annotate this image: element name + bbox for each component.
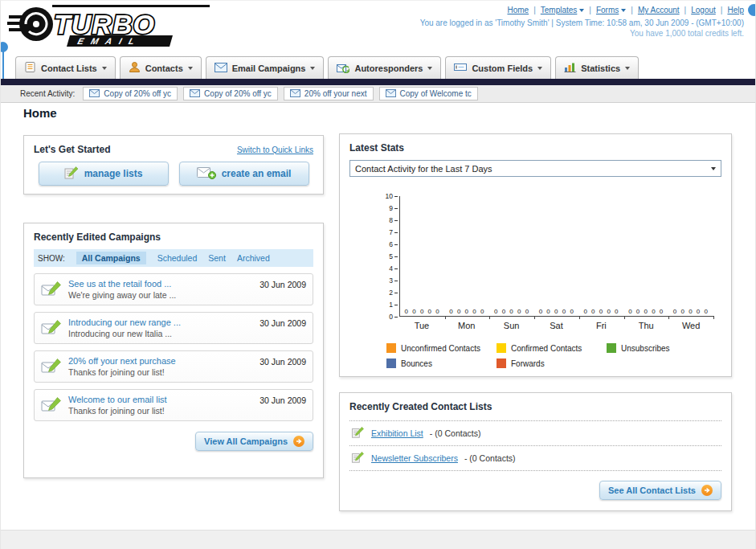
tab-label: Contact Lists — [41, 64, 97, 73]
chart-plot: 0 0 0 0 00 0 0 0 00 0 0 0 00 0 0 0 00 0 … — [399, 196, 713, 317]
filter-all-campaigns[interactable]: All Campaigns — [76, 252, 146, 264]
get-started-title: Let's Get Started — [34, 144, 111, 155]
tab-email-campaigns[interactable]: Email Campaigns — [206, 56, 325, 79]
filter-scheduled[interactable]: Scheduled — [157, 253, 198, 263]
turbo-email-logo[interactable]: TURBO EMAIL — [6, 3, 221, 51]
chart-x-label: Sun — [489, 321, 534, 330]
chart-y-axis: 109876543210 — [382, 196, 398, 317]
campaign-item[interactable]: 20% off your next purchase Thanks for jo… — [34, 350, 313, 383]
logo-text-primary: TURBO — [54, 9, 155, 39]
recent-activity-text: 20% off your next — [304, 89, 367, 98]
chevron-down-icon — [427, 67, 432, 70]
campaign-title-link[interactable]: Introducing our new range ... — [68, 318, 253, 327]
tab-label: Contacts — [145, 64, 183, 73]
statistics-icon — [564, 62, 576, 74]
chart-y-tick: 8 — [389, 216, 398, 224]
top-link-templates[interactable]: Templates — [541, 6, 585, 14]
manage-lists-button[interactable]: manage lists — [39, 162, 169, 186]
view-all-campaigns-button[interactable]: View All Campaigns — [195, 432, 313, 451]
chart-y-tick: 7 — [389, 228, 398, 236]
show-label: SHOW: — [38, 254, 65, 263]
top-link-home[interactable]: Home — [507, 6, 529, 14]
campaign-title-link[interactable]: Welcome to our email list — [68, 395, 253, 404]
stats-period-select[interactable]: Contact Activity for the Last 7 Days — [349, 160, 721, 177]
contact-list-link[interactable]: Exhibition List — [371, 428, 423, 438]
top-link-forms[interactable]: Forms — [596, 6, 626, 14]
filter-archived[interactable]: Archived — [237, 253, 270, 263]
switch-quick-links-link[interactable]: Switch to Quick Links — [237, 145, 313, 154]
campaigns-title: Recently Edited Campaigns — [34, 231, 313, 243]
tab-label: Autoresponders — [354, 64, 423, 73]
legend-entry: Forwards — [497, 358, 607, 368]
campaign-title-link[interactable]: See us at the retail food ... — [68, 279, 253, 289]
legend-entry: Confirmed Contacts — [497, 343, 607, 353]
top-link-my-account[interactable]: My Account — [638, 6, 680, 14]
recent-activity-item[interactable]: 20% off your next — [284, 87, 374, 100]
chart-x-label: Thu — [623, 321, 668, 330]
campaign-title-link[interactable]: 20% off your next purchase — [68, 356, 253, 366]
chart-bar-group: 0 0 0 0 0 — [579, 196, 624, 316]
create-email-button[interactable]: create an email — [179, 162, 309, 186]
recent-activity-bar: Recent Activity: Copy of 20% off yc Copy… — [1, 85, 755, 103]
chart-y-tick: 5 — [389, 252, 398, 260]
footer — [1, 530, 755, 549]
top-link-logout[interactable]: Logout — [691, 6, 716, 14]
campaign-subtitle: Thanks for joining our list! — [68, 367, 253, 377]
campaign-item[interactable]: Welcome to our email list Thanks for joi… — [34, 389, 313, 421]
tab-label: Custom Fields — [472, 64, 533, 73]
arrow-right-icon — [701, 485, 713, 496]
main-nav: Contact Lists Contacts Email Campaigns A… — [15, 56, 639, 79]
legend-label: Bounces — [401, 359, 432, 368]
campaign-date: 30 Jun 2009 — [259, 318, 306, 340]
chart-y-tick: 4 — [389, 264, 398, 272]
chevron-down-icon — [188, 67, 193, 70]
chevron-down-icon — [711, 167, 716, 170]
logo-text-secondary: EMAIL — [76, 36, 143, 46]
campaign-date: 30 Jun 2009 — [259, 395, 306, 417]
email-plus-icon — [197, 166, 216, 182]
legend-label: Unsubscribes — [621, 344, 670, 353]
recent-activity-text: Copy of Welcome tc — [400, 89, 472, 98]
chart-value-labels: 0 0 0 0 0 — [624, 308, 669, 315]
chart-bar-group: 0 0 0 0 0 — [489, 196, 534, 316]
stats-title: Latest Stats — [349, 142, 721, 154]
contact-list-detail: - (0 Contacts) — [430, 428, 481, 438]
contacts-icon — [129, 61, 141, 75]
email-edit-icon — [41, 319, 62, 340]
campaign-subtitle: Thanks for joining our list! — [68, 406, 253, 416]
recent-activity-item[interactable]: Copy of 20% off yc — [183, 87, 278, 100]
chart-x-label: Tue — [399, 321, 444, 330]
arrow-right-icon — [293, 436, 304, 447]
tab-contact-lists[interactable]: Contact Lists — [15, 56, 116, 79]
campaign-date: 30 Jun 2009 — [259, 280, 306, 301]
email-icon — [89, 89, 100, 99]
top-link-help[interactable]: Help — [727, 6, 744, 14]
login-info: You are logged in as 'Timothy Smith' | S… — [420, 18, 744, 27]
contact-list-item[interactable]: Exhibition List - (0 Contacts) — [349, 421, 721, 446]
chevron-down-icon — [579, 9, 584, 12]
tab-autoresponders[interactable]: Autoresponders — [328, 56, 441, 79]
filter-sent[interactable]: Sent — [208, 253, 226, 263]
legend-swatch-icon — [386, 343, 396, 353]
chart-y-tick: 6 — [389, 240, 398, 248]
tab-custom-fields[interactable]: Custom Fields — [445, 56, 551, 79]
contact-list-item[interactable]: Newsletter Subscribers - (0 Contacts) — [349, 446, 721, 471]
campaign-subtitle: We're giving away our late ... — [68, 290, 253, 300]
tab-contacts[interactable]: Contacts — [120, 56, 202, 79]
tab-statistics[interactable]: Statistics — [555, 56, 639, 79]
campaign-item[interactable]: Introducing our new range ... Introducin… — [34, 312, 313, 344]
recent-contact-lists-panel: Recently Created Contact Lists Exhibitio… — [339, 392, 732, 511]
contact-list-link[interactable]: Newsletter Subscribers — [371, 453, 458, 463]
separator: | — [684, 6, 687, 14]
chart-value-labels: 0 0 0 0 0 — [400, 308, 445, 315]
legend-entry: Bounces — [386, 358, 497, 368]
tab-label: Statistics — [581, 64, 620, 73]
legend-swatch-icon — [386, 358, 396, 368]
top-link-label: Forms — [596, 6, 619, 14]
see-all-contact-lists-button[interactable]: See All Contact Lists — [599, 481, 721, 500]
chart-bar-group: 0 0 0 0 0 — [534, 196, 579, 316]
recent-activity-item[interactable]: Copy of Welcome tc — [379, 87, 478, 100]
campaign-item[interactable]: See us at the retail food ... We're givi… — [34, 273, 313, 305]
email-icon — [386, 89, 396, 99]
recent-activity-item[interactable]: Copy of 20% off yc — [83, 87, 178, 100]
